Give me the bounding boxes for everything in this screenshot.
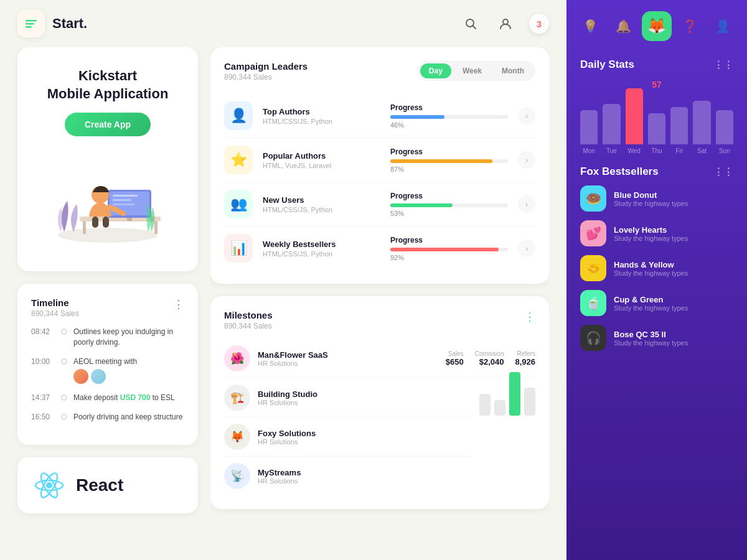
bestseller-item[interactable]: 💕 Lovely Hearts Study the highway types <box>580 220 733 246</box>
campaign-row: 👤 Top Authors HTML/CSS/JS, Python Progre… <box>224 94 535 138</box>
timeline-menu-icon[interactable]: ⋮ <box>173 297 184 311</box>
react-card: React <box>17 457 198 513</box>
milestone-list: 🏗️ Building Studio HR Solutions 🦊 Foxy S… <box>224 378 472 495</box>
create-app-button[interactable]: Create App <box>65 113 151 136</box>
progress-label: Progress <box>390 192 508 200</box>
sidebar-icon-help[interactable]: ❓ <box>675 11 705 41</box>
campaign-info: Top Authors HTML/CSS/JS, Python <box>263 107 380 125</box>
tab-week[interactable]: Week <box>454 63 491 78</box>
bestseller-name: Hands & Yellow <box>614 260 688 269</box>
timeline-time: 14:37 <box>31 393 55 402</box>
timeline-content: Poorly driving and keep structure <box>73 412 184 422</box>
campaign-rows: 👤 Top Authors HTML/CSS/JS, Python Progre… <box>224 94 535 270</box>
chart-bar-wrap: Wed <box>626 88 643 154</box>
chart-day-label: Sat <box>697 147 707 154</box>
bestseller-sub: Study the highway types <box>614 304 688 312</box>
right-column: Campaign Leaders 890,344 Sales Day Week … <box>210 47 549 548</box>
campaign-header: Campaign Leaders 890,344 Sales Day Week … <box>224 61 535 82</box>
header-right: 3 <box>459 12 549 35</box>
help-icon: ❓ <box>682 19 698 34</box>
daily-stats-title: Daily Stats <box>580 58 634 71</box>
chart-day-label: Tue <box>606 147 617 154</box>
react-logo <box>32 469 66 502</box>
bestseller-sub: Study the highway types <box>614 269 688 277</box>
campaign-progress: Progress 87% <box>390 147 508 173</box>
svg-rect-17 <box>92 217 98 228</box>
progress-label: Progress <box>390 236 508 245</box>
fox-icon: 🦊 <box>647 17 666 35</box>
timeline-text: Poorly driving and keep structure <box>73 412 184 422</box>
campaign-arrow[interactable]: › <box>518 107 535 124</box>
milestone-info: Building Studio HR Solutions <box>258 390 472 406</box>
campaign-name: Weekly Bestsellers <box>263 240 380 249</box>
sidebar-icon-fox[interactable]: 🦊 <box>642 11 672 41</box>
milestone-name: Building Studio <box>258 390 472 399</box>
search-icon[interactable] <box>459 12 482 35</box>
chart-bar-wrap: Sat <box>693 101 710 154</box>
campaign-arrow[interactable]: › <box>518 240 535 257</box>
bestseller-item[interactable]: 🍩 Blue Donut Study the highway types <box>580 185 733 212</box>
bestseller-item[interactable]: 🎧 Bose QC 35 II Study the highway types <box>580 325 733 351</box>
campaign-tabs: Day Week Month <box>418 61 535 81</box>
progress-pct: 46% <box>390 121 508 129</box>
svg-rect-18 <box>103 217 109 228</box>
chart-day-label: Thu <box>651 147 662 154</box>
milestone-icon: 🌺 <box>224 345 250 371</box>
bulb-icon: 💡 <box>583 19 598 34</box>
bestseller-item[interactable]: 🤝 Hands & Yellow Study the highway types <box>580 255 733 281</box>
user-icon[interactable] <box>494 12 517 35</box>
milestone-name: MyStreams <box>258 468 472 477</box>
bestseller-thumb: 🤝 <box>580 255 606 281</box>
campaign-icon: 📊 <box>224 234 253 263</box>
bestseller-sub: Study the highway types <box>614 339 688 347</box>
left-column: Kickstart Mobile Application Create App <box>17 47 198 548</box>
timeline-dot <box>61 414 67 420</box>
milestone-bar <box>479 394 491 416</box>
daily-stats-menu[interactable]: ⋮⋮ <box>713 59 733 71</box>
progress-bar-bg <box>390 203 508 207</box>
daily-chart: MonTueWedThuFriSatSun <box>580 92 733 154</box>
chart-bar-wrap: Mon <box>580 110 598 154</box>
bestseller-item[interactable]: 🍵 Cup & Green Study the highway types <box>580 290 733 316</box>
timeline-dot <box>61 358 67 365</box>
campaign-arrow[interactable]: › <box>518 151 535 169</box>
tab-month[interactable]: Month <box>493 63 533 78</box>
bestseller-name: Cup & Green <box>614 295 688 304</box>
user-sidebar-icon: 👤 <box>715 19 731 34</box>
fox-bestsellers-title: Fox Bestsellers <box>580 166 659 178</box>
milestones-menu-icon[interactable]: ⋮ <box>524 310 535 324</box>
progress-bar <box>390 159 492 163</box>
campaign-info: Weekly Bestsellers HTML/CSS/JS, Python <box>263 240 380 258</box>
timeline-time: 16:50 <box>31 413 55 421</box>
campaign-arrow[interactable]: › <box>518 195 535 213</box>
sidebar-icon-alert[interactable]: 🔔 <box>609 11 639 41</box>
react-label: React <box>76 475 123 495</box>
chart-day-label: Wed <box>628 147 641 154</box>
campaign-tags: HTML, VueJS, Laravel <box>263 162 380 169</box>
tab-day[interactable]: Day <box>420 63 451 78</box>
chart-day-label: Sun <box>719 147 730 154</box>
timeline-content: Outlines keep you indulging in poorly dr… <box>73 327 184 348</box>
right-sidebar: 💡 🔔 🦊 ❓ 👤 Daily Stats ⋮⋮ 57 MonTueWedThu… <box>566 0 747 560</box>
milestone-sub: HR Solutions <box>258 360 438 367</box>
svg-rect-15 <box>127 218 132 221</box>
milestone-info: Man&Flower SaaS HR Solutions <box>258 350 438 367</box>
milestones-title: Milestones <box>224 310 273 320</box>
sidebar-icon-bulb[interactable]: 💡 <box>576 11 606 41</box>
timeline-card: Timeline 890,344 Sales ⋮ 08:42 Outlines … <box>17 284 198 445</box>
fox-bestsellers-menu[interactable]: ⋮⋮ <box>713 166 733 178</box>
svg-rect-13 <box>113 199 131 201</box>
campaign-name: Top Authors <box>263 107 380 116</box>
timeline-item: 14:37 Make deposit USD 700 to ESL <box>31 393 184 403</box>
milestone-rows: 🌺 Man&Flower SaaS HR Solutions Sales $65… <box>224 339 535 495</box>
svg-rect-14 <box>113 203 134 205</box>
milestone-info: Foxy Solutions HR Solutions <box>258 429 472 446</box>
kickstart-card: Kickstart Mobile Application Create App <box>17 47 198 271</box>
notification-badge[interactable]: 3 <box>529 14 549 34</box>
milestone-name: Man&Flower SaaS <box>258 350 438 360</box>
timeline-text: AEOL meeting with <box>73 357 184 367</box>
header-left: Start. <box>17 10 87 37</box>
sidebar-icon-user[interactable]: 👤 <box>708 11 738 41</box>
bestseller-thumb: 🍩 <box>580 185 606 212</box>
milestone-sub: HR Solutions <box>258 399 472 406</box>
